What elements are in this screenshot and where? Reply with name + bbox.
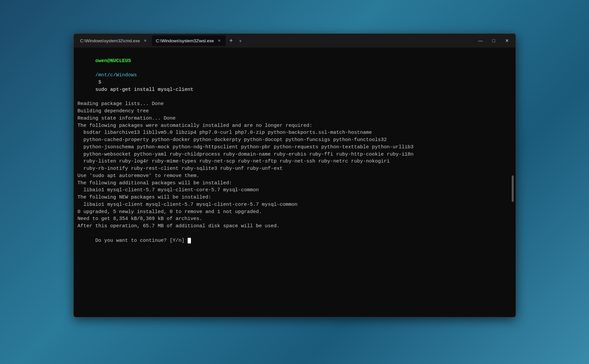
terminal-window: C:\Windows\system32\cmd.exe ✕ C:\Windows…: [73, 33, 516, 317]
output-line-16: Need to get 8,354 kB/8,369 kB of archive…: [78, 215, 512, 223]
tab-wsl-label: C:\Windows\system32\wsl.exe: [156, 38, 214, 43]
prompt-line: owen@NUCLEUS /mnt/c/Windows $ sudo apt-g…: [78, 50, 512, 100]
output-line-3: The following packages were automaticall…: [78, 122, 512, 129]
tab-cmd-label: C:\Windows\system32\cmd.exe: [80, 38, 140, 43]
window-controls: — □ ✕: [475, 35, 513, 46]
prompt-user: owen@NUCLEUS: [95, 58, 131, 64]
titlebar: C:\Windows\system32\cmd.exe ✕ C:\Windows…: [74, 34, 516, 48]
output-line-13: The following NEW packages will be insta…: [78, 194, 512, 201]
output-line-11: The following additional packages will b…: [78, 180, 512, 187]
minimize-button[interactable]: —: [475, 35, 487, 46]
output-line-15: 0 upgraded, 5 newly installed, 0 to remo…: [78, 208, 512, 216]
command-text: sudo apt-get install mysql-client: [95, 87, 194, 92]
tab-cmd-close[interactable]: ✕: [143, 38, 148, 43]
output-line-1: Building dependency tree: [78, 108, 512, 115]
close-button[interactable]: ✕: [501, 35, 513, 46]
prompt-dollar: $: [95, 80, 104, 85]
output-line-12: libaio1 mysql-client-5.7 mysql-client-co…: [78, 187, 512, 194]
tab-wsl[interactable]: C:\Windows\system32\wsl.exe ✕: [152, 35, 226, 46]
scrollbar[interactable]: [512, 175, 514, 202]
continue-prompt: Do you want to continue? [Y/n]: [95, 238, 188, 243]
cursor: [188, 238, 191, 243]
output-line-10: Use 'sudo apt autoremove' to remove them…: [78, 172, 512, 180]
output-line-7: python-websocket python-yaml ruby-childp…: [78, 151, 512, 158]
output-line-2: Reading state information... Done: [78, 115, 512, 122]
prompt-space: [95, 65, 98, 71]
terminal-body[interactable]: owen@NUCLEUS /mnt/c/Windows $ sudo apt-g…: [74, 48, 516, 317]
new-tab-button[interactable]: +: [226, 35, 236, 46]
output-line-5: python-cached-property python-docker pyt…: [78, 136, 512, 144]
output-line-8: ruby-listen ruby-log4r ruby-mime-types r…: [78, 158, 512, 165]
dropdown-button[interactable]: ∨: [236, 35, 244, 46]
tab-cmd[interactable]: C:\Windows\system32\cmd.exe ✕: [76, 35, 152, 46]
prompt-question-line[interactable]: Do you want to continue? [Y/n]: [78, 230, 512, 251]
prompt-path: /mnt/c/Windows: [95, 72, 137, 78]
output-line-6: python-jsonschema python-mock python-ndg…: [78, 144, 512, 151]
output-line-4: bsdtar libarchive13 libllvm5.0 libzip4 p…: [78, 129, 512, 136]
maximize-button[interactable]: □: [488, 35, 500, 46]
output-line-14: libaio1 mysql-client mysql-client-5.7 my…: [78, 201, 512, 208]
output-line-9: ruby-rb-inotify ruby-rest-client ruby-sq…: [78, 165, 512, 172]
output-line-17: After this operation, 65.7 MB of additio…: [78, 223, 512, 230]
output-line-0: Reading package lists... Done: [78, 100, 512, 108]
tab-wsl-close[interactable]: ✕: [216, 38, 222, 43]
